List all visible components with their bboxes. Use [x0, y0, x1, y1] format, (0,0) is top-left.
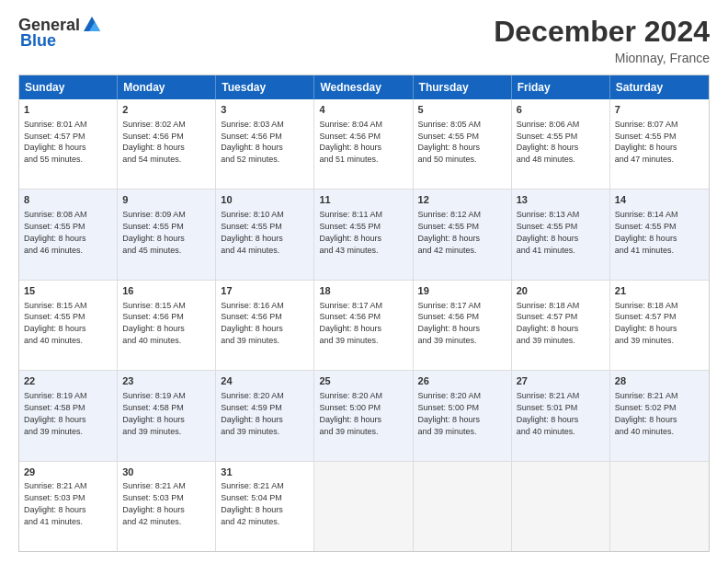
- calendar-cell: 30Sunrise: 8:21 AM Sunset: 5:03 PM Dayli…: [118, 462, 216, 551]
- calendar-cell: 17Sunrise: 8:16 AM Sunset: 4:56 PM Dayli…: [216, 281, 314, 370]
- day-info: Sunrise: 8:08 AM Sunset: 4:55 PM Dayligh…: [24, 210, 87, 254]
- day-number: 9: [122, 193, 210, 207]
- day-info: Sunrise: 8:20 AM Sunset: 4:59 PM Dayligh…: [221, 391, 284, 435]
- calendar: Sunday Monday Tuesday Wednesday Thursday…: [18, 75, 710, 552]
- day-info: Sunrise: 8:19 AM Sunset: 4:58 PM Dayligh…: [122, 391, 186, 435]
- calendar-cell: 27Sunrise: 8:21 AM Sunset: 5:01 PM Dayli…: [512, 371, 610, 460]
- calendar-cell: 5Sunrise: 8:05 AM Sunset: 4:55 PM Daylig…: [414, 99, 512, 189]
- day-number: 22: [24, 374, 112, 388]
- calendar-row: 1Sunrise: 8:01 AM Sunset: 4:57 PM Daylig…: [19, 99, 709, 189]
- day-number: 14: [615, 193, 704, 207]
- day-info: Sunrise: 8:10 AM Sunset: 4:55 PM Dayligh…: [221, 210, 284, 254]
- day-number: 8: [24, 193, 112, 207]
- calendar-cell: 22Sunrise: 8:19 AM Sunset: 4:58 PM Dayli…: [19, 371, 118, 460]
- day-number: 6: [517, 103, 605, 117]
- day-info: Sunrise: 8:20 AM Sunset: 5:00 PM Dayligh…: [319, 391, 382, 435]
- day-info: Sunrise: 8:06 AM Sunset: 4:55 PM Dayligh…: [517, 120, 580, 164]
- month-title: December 2024: [494, 15, 710, 49]
- day-info: Sunrise: 8:12 AM Sunset: 4:55 PM Dayligh…: [418, 210, 482, 254]
- title-block: December 2024 Mionnay, France: [494, 15, 710, 65]
- day-number: 13: [517, 193, 605, 207]
- calendar-cell-empty: [414, 462, 512, 551]
- day-info: Sunrise: 8:21 AM Sunset: 5:03 PM Dayligh…: [122, 481, 186, 525]
- day-number: 17: [221, 284, 309, 298]
- day-number: 20: [517, 284, 605, 298]
- day-info: Sunrise: 8:21 AM Sunset: 5:04 PM Dayligh…: [221, 481, 284, 525]
- calendar-cell-empty: [610, 462, 709, 551]
- day-number: 18: [319, 284, 407, 298]
- day-info: Sunrise: 8:18 AM Sunset: 4:57 PM Dayligh…: [615, 301, 678, 345]
- day-number: 26: [418, 374, 506, 388]
- day-number: 24: [221, 374, 309, 388]
- day-number: 10: [221, 193, 309, 207]
- day-number: 19: [418, 284, 506, 298]
- day-number: 2: [122, 103, 210, 117]
- day-number: 7: [615, 103, 704, 117]
- day-number: 3: [221, 103, 309, 117]
- day-number: 15: [24, 284, 112, 298]
- day-number: 27: [517, 374, 605, 388]
- day-number: 28: [615, 374, 704, 388]
- calendar-cell: 24Sunrise: 8:20 AM Sunset: 4:59 PM Dayli…: [216, 371, 314, 460]
- calendar-cell-empty: [314, 462, 413, 551]
- day-number: 21: [615, 284, 704, 298]
- calendar-cell: 15Sunrise: 8:15 AM Sunset: 4:55 PM Dayli…: [19, 281, 118, 370]
- calendar-cell: 11Sunrise: 8:11 AM Sunset: 4:55 PM Dayli…: [314, 190, 413, 279]
- calendar-cell: 13Sunrise: 8:13 AM Sunset: 4:55 PM Dayli…: [512, 190, 610, 279]
- calendar-row: 8Sunrise: 8:08 AM Sunset: 4:55 PM Daylig…: [19, 189, 709, 279]
- day-number: 29: [24, 465, 112, 479]
- day-info: Sunrise: 8:18 AM Sunset: 4:57 PM Dayligh…: [517, 301, 580, 345]
- day-number: 4: [319, 103, 407, 117]
- day-number: 30: [122, 465, 210, 479]
- header-thursday: Thursday: [414, 75, 512, 99]
- calendar-cell: 28Sunrise: 8:21 AM Sunset: 5:02 PM Dayli…: [610, 371, 709, 460]
- header: General Blue December 2024 Mionnay, Fran…: [18, 15, 710, 65]
- calendar-cell: 9Sunrise: 8:09 AM Sunset: 4:55 PM Daylig…: [118, 190, 216, 279]
- day-info: Sunrise: 8:16 AM Sunset: 4:56 PM Dayligh…: [221, 301, 284, 345]
- day-info: Sunrise: 8:07 AM Sunset: 4:55 PM Dayligh…: [615, 120, 678, 164]
- logo-icon: [82, 15, 102, 35]
- calendar-cell: 8Sunrise: 8:08 AM Sunset: 4:55 PM Daylig…: [19, 190, 118, 279]
- calendar-cell: 7Sunrise: 8:07 AM Sunset: 4:55 PM Daylig…: [610, 99, 709, 189]
- day-number: 25: [319, 374, 407, 388]
- calendar-row: 15Sunrise: 8:15 AM Sunset: 4:55 PM Dayli…: [19, 280, 709, 370]
- day-info: Sunrise: 8:13 AM Sunset: 4:55 PM Dayligh…: [517, 210, 580, 254]
- day-info: Sunrise: 8:17 AM Sunset: 4:56 PM Dayligh…: [319, 301, 382, 345]
- day-info: Sunrise: 8:09 AM Sunset: 4:55 PM Dayligh…: [122, 210, 186, 254]
- calendar-cell: 16Sunrise: 8:15 AM Sunset: 4:56 PM Dayli…: [118, 281, 216, 370]
- calendar-cell: 3Sunrise: 8:03 AM Sunset: 4:56 PM Daylig…: [216, 99, 314, 189]
- calendar-cell: 31Sunrise: 8:21 AM Sunset: 5:04 PM Dayli…: [216, 462, 314, 551]
- header-wednesday: Wednesday: [314, 75, 413, 99]
- header-monday: Monday: [118, 75, 216, 99]
- day-number: 31: [221, 465, 309, 479]
- logo: General Blue: [18, 15, 102, 51]
- calendar-cell: 21Sunrise: 8:18 AM Sunset: 4:57 PM Dayli…: [610, 281, 709, 370]
- day-number: 5: [418, 103, 506, 117]
- day-info: Sunrise: 8:20 AM Sunset: 5:00 PM Dayligh…: [418, 391, 482, 435]
- day-info: Sunrise: 8:21 AM Sunset: 5:01 PM Dayligh…: [517, 391, 580, 435]
- calendar-cell: 10Sunrise: 8:10 AM Sunset: 4:55 PM Dayli…: [216, 190, 314, 279]
- location: Mionnay, France: [494, 51, 710, 65]
- day-number: 1: [24, 103, 112, 117]
- calendar-cell: 2Sunrise: 8:02 AM Sunset: 4:56 PM Daylig…: [118, 99, 216, 189]
- calendar-cell: 14Sunrise: 8:14 AM Sunset: 4:55 PM Dayli…: [610, 190, 709, 279]
- day-number: 12: [418, 193, 506, 207]
- day-number: 16: [122, 284, 210, 298]
- day-info: Sunrise: 8:03 AM Sunset: 4:56 PM Dayligh…: [221, 120, 284, 164]
- day-number: 11: [319, 193, 407, 207]
- calendar-cell: 23Sunrise: 8:19 AM Sunset: 4:58 PM Dayli…: [118, 371, 216, 460]
- calendar-row: 22Sunrise: 8:19 AM Sunset: 4:58 PM Dayli…: [19, 370, 709, 460]
- calendar-cell: 19Sunrise: 8:17 AM Sunset: 4:56 PM Dayli…: [414, 281, 512, 370]
- calendar-row: 29Sunrise: 8:21 AM Sunset: 5:03 PM Dayli…: [19, 461, 709, 551]
- calendar-body: 1Sunrise: 8:01 AM Sunset: 4:57 PM Daylig…: [19, 99, 709, 551]
- calendar-cell: 1Sunrise: 8:01 AM Sunset: 4:57 PM Daylig…: [19, 99, 118, 189]
- day-info: Sunrise: 8:17 AM Sunset: 4:56 PM Dayligh…: [418, 301, 482, 345]
- day-info: Sunrise: 8:04 AM Sunset: 4:56 PM Dayligh…: [319, 120, 382, 164]
- page: General Blue December 2024 Mionnay, Fran…: [0, 0, 728, 563]
- calendar-cell: 6Sunrise: 8:06 AM Sunset: 4:55 PM Daylig…: [512, 99, 610, 189]
- day-number: 23: [122, 374, 210, 388]
- day-info: Sunrise: 8:19 AM Sunset: 4:58 PM Dayligh…: [24, 391, 87, 435]
- day-info: Sunrise: 8:01 AM Sunset: 4:57 PM Dayligh…: [24, 120, 87, 164]
- header-tuesday: Tuesday: [216, 75, 314, 99]
- calendar-cell: 18Sunrise: 8:17 AM Sunset: 4:56 PM Dayli…: [314, 281, 413, 370]
